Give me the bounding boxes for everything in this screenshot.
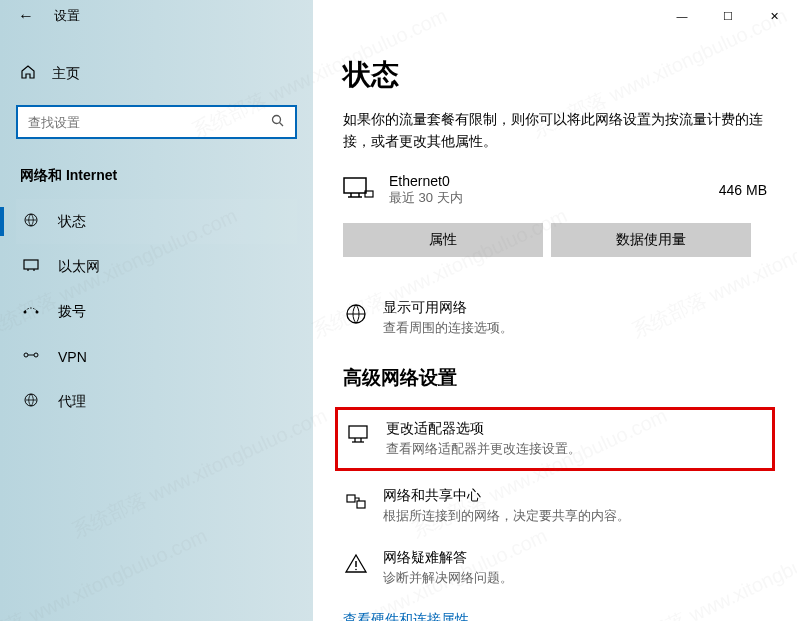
nav-label: 以太网 (58, 258, 100, 276)
monitor-icon (346, 422, 372, 448)
nav-item-ethernet[interactable]: 以太网 (16, 244, 297, 289)
ethernet-icon (22, 256, 40, 277)
troubleshoot-sub: 诊断并解决网络问题。 (383, 569, 513, 587)
back-button[interactable]: ← (18, 7, 34, 25)
troubleshoot-title: 网络疑难解答 (383, 549, 513, 567)
monitor-icon (343, 177, 375, 203)
adapter-title: 更改适配器选项 (386, 420, 581, 438)
show-networks-title: 显示可用网络 (383, 299, 513, 317)
troubleshoot-item[interactable]: 网络疑难解答 诊断并解决网络问题。 (343, 541, 767, 595)
nav-label: 代理 (58, 393, 86, 411)
svg-point-9 (34, 353, 38, 357)
proxy-icon (22, 391, 40, 412)
advanced-heading: 高级网络设置 (343, 365, 767, 391)
page-title: 状态 (343, 56, 767, 94)
properties-button[interactable]: 属性 (343, 223, 543, 257)
svg-rect-22 (347, 495, 355, 502)
page-description: 如果你的流量套餐有限制，则你可以将此网络设置为按流量计费的连接，或者更改其他属性… (343, 108, 767, 153)
window-title: 设置 (54, 7, 80, 25)
adapter-sub: 查看网络适配器并更改连接设置。 (386, 440, 581, 458)
sharing-icon (343, 489, 369, 515)
connection-data-usage: 446 MB (719, 182, 767, 198)
search-input[interactable] (28, 115, 271, 130)
maximize-button[interactable]: ☐ (705, 0, 751, 32)
svg-rect-23 (357, 501, 365, 508)
main-content: 状态 如果你的流量套餐有限制，则你可以将此网络设置为按流量计费的连接，或者更改其… (313, 32, 797, 621)
nav-label: VPN (58, 349, 87, 365)
nav-item-dialup[interactable]: 拨号 (16, 289, 297, 334)
dialup-icon (22, 301, 40, 322)
nav-label: 状态 (58, 213, 86, 231)
sharing-sub: 根据所连接到的网络，决定要共享的内容。 (383, 507, 630, 525)
svg-rect-12 (344, 178, 366, 193)
search-input-container[interactable] (16, 105, 297, 139)
svg-rect-18 (349, 426, 367, 438)
connection-sub: 最近 30 天内 (389, 189, 705, 207)
globe-icon (343, 301, 369, 327)
nav-item-status[interactable]: 状态 (16, 199, 297, 244)
sharing-title: 网络和共享中心 (383, 487, 630, 505)
adapter-options-item[interactable]: 更改适配器选项 查看网络适配器并更改连接设置。 (335, 407, 775, 471)
close-button[interactable]: ✕ (751, 0, 797, 32)
data-usage-button[interactable]: 数据使用量 (551, 223, 751, 257)
svg-point-7 (36, 311, 39, 314)
connection-name: Ethernet0 (389, 173, 705, 189)
svg-point-8 (24, 353, 28, 357)
home-button[interactable]: 主页 (16, 56, 297, 91)
nav-item-proxy[interactable]: 代理 (16, 379, 297, 424)
nav-item-vpn[interactable]: VPN (16, 334, 297, 379)
home-label: 主页 (52, 65, 80, 83)
minimize-button[interactable]: — (659, 0, 705, 32)
home-icon (20, 64, 36, 83)
show-networks-item[interactable]: 显示可用网络 查看周围的连接选项。 (343, 291, 767, 345)
sharing-center-item[interactable]: 网络和共享中心 根据所连接到的网络，决定要共享的内容。 (343, 479, 767, 533)
svg-line-1 (280, 122, 284, 126)
show-networks-sub: 查看周围的连接选项。 (383, 319, 513, 337)
status-icon (22, 211, 40, 232)
hardware-link[interactable]: 查看硬件和连接属性 (343, 611, 469, 621)
svg-rect-3 (24, 260, 38, 269)
nav-label: 拨号 (58, 303, 86, 321)
sidebar: 主页 网络和 Internet 状态 以太网 (0, 32, 313, 621)
vpn-icon (22, 346, 40, 367)
category-label: 网络和 Internet (16, 167, 297, 185)
svg-point-6 (24, 311, 27, 314)
warning-icon (343, 551, 369, 577)
connection-row: Ethernet0 最近 30 天内 446 MB (343, 173, 767, 207)
svg-point-0 (273, 115, 281, 123)
svg-point-25 (355, 568, 357, 570)
search-icon (271, 114, 285, 131)
